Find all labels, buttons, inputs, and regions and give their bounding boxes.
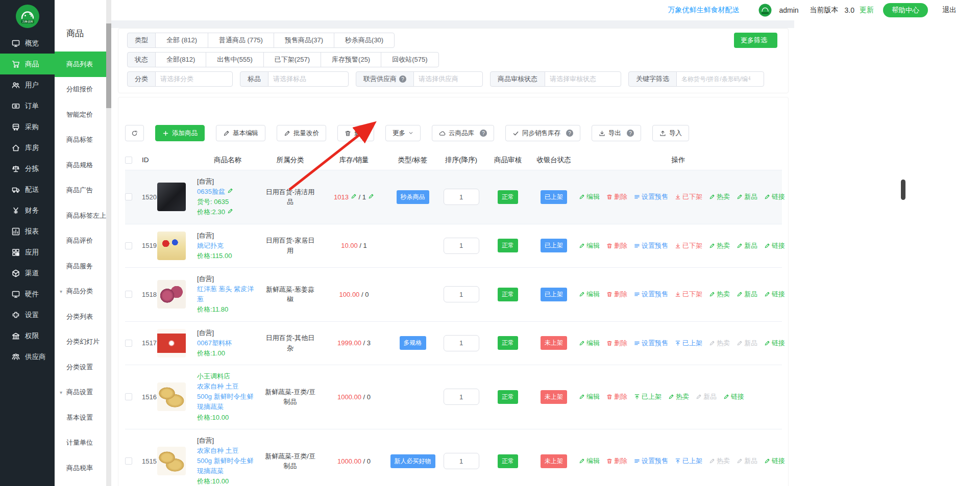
row-checkbox[interactable] (125, 291, 132, 298)
sidebar-item-报表[interactable]: 报表 (0, 221, 55, 242)
删除-button[interactable]: 删除 (337, 125, 374, 141)
action-链接[interactable]: 链接 (764, 456, 785, 466)
批量改价-button[interactable]: 批量改价 (277, 125, 326, 141)
sidebar-item-采购[interactable]: 采购 (0, 116, 55, 137)
supplier-name[interactable]: 小王调料店 (197, 371, 255, 381)
edit-stock-icon[interactable] (351, 193, 357, 199)
action-链接[interactable]: 链接 (723, 392, 744, 401)
audit-select[interactable]: 请选择审核状态 (545, 71, 621, 87)
action-热卖[interactable]: 热卖 (709, 241, 730, 250)
sidebar-item-设置[interactable]: 设置 (0, 304, 55, 325)
action-已下架[interactable]: 已下架 (675, 290, 702, 299)
action-编辑[interactable]: 编辑 (579, 456, 600, 466)
status-option-库存预警(25)[interactable]: 库存预警(25) (321, 52, 381, 67)
edit-price-icon[interactable] (227, 208, 233, 214)
submenu-item-计量单位[interactable]: 计量单位 (55, 430, 106, 456)
submenu-item-分类列表[interactable]: 分类列表 (55, 304, 106, 329)
submenu-item-基本设置[interactable]: 基本设置 (55, 405, 106, 430)
submenu-item-商品规格[interactable]: 商品规格 (55, 152, 106, 178)
sort-input[interactable] (444, 453, 479, 469)
action-编辑[interactable]: 编辑 (579, 192, 600, 201)
sidebar-item-订单[interactable]: 订单 (0, 95, 55, 116)
help-center-button[interactable]: 帮助中心 (883, 3, 928, 17)
store-link[interactable]: 万象优鲜生鲜食材配送 (668, 6, 739, 15)
help-icon[interactable]: ? (566, 130, 573, 137)
action-热卖[interactable]: 热卖 (709, 192, 730, 201)
submenu-item-商品税率[interactable]: 商品税率 (55, 455, 106, 481)
submenu-item-分组报价[interactable]: 分组报价 (55, 77, 106, 103)
keyword-search-input[interactable] (676, 71, 764, 87)
更多-button[interactable]: 更多 (385, 125, 421, 141)
sort-input[interactable] (444, 189, 479, 205)
sort-input[interactable] (444, 286, 479, 302)
submenu-scrollbar-thumb[interactable] (106, 23, 111, 108)
product-name-link[interactable]: 农家自种 土豆 500g 新鲜时令生鲜现摘蔬菜 (197, 382, 254, 411)
submenu-item-商品分类[interactable]: ▾商品分类 (55, 279, 106, 304)
submenu-item-商品广告[interactable]: 商品广告 (55, 178, 106, 203)
action-新品[interactable]: 新品 (696, 392, 717, 401)
type-option-秒杀商品(30)[interactable]: 秒杀商品(30) (334, 33, 395, 48)
action-新品[interactable]: 新品 (737, 192, 757, 201)
sidebar-item-库房[interactable]: 库房 (0, 137, 55, 158)
action-热卖[interactable]: 热卖 (709, 290, 730, 299)
云商品库-button[interactable]: 云商品库? (432, 125, 494, 141)
status-option-回收站(575)[interactable]: 回收站(575) (381, 52, 438, 67)
standard-select[interactable]: 请选择标品 (268, 71, 349, 87)
导入-button[interactable]: 导入 (652, 125, 689, 141)
基本编辑-button[interactable]: 基本编辑 (216, 125, 265, 141)
row-checkbox[interactable] (125, 457, 132, 465)
row-checkbox[interactable] (125, 242, 132, 249)
type-option-普通商品 (775)[interactable]: 普通商品 (775) (208, 33, 274, 48)
submenu-item-分类设置[interactable]: 分类设置 (55, 354, 106, 380)
action-链接[interactable]: 链接 (764, 241, 785, 250)
row-checkbox[interactable] (125, 193, 132, 200)
product-name-link[interactable]: 红洋葱 葱头 紫皮洋葱 (197, 285, 254, 303)
sidebar-item-硬件[interactable]: 硬件 (0, 284, 55, 304)
product-name-link[interactable]: 姚记扑克 (197, 242, 224, 249)
help-icon[interactable]: ? (627, 130, 634, 137)
action-已下架[interactable]: 已下架 (675, 192, 702, 201)
action-新品[interactable]: 新品 (737, 339, 757, 348)
action-链接[interactable]: 链接 (764, 192, 785, 201)
sidebar-item-分拣[interactable]: 分拣 (0, 158, 55, 179)
action-新品[interactable]: 新品 (737, 290, 757, 299)
sidebar-item-渠道[interactable]: 渠道 (0, 263, 55, 284)
status-option-出售中(555)[interactable]: 出售中(555) (206, 52, 263, 67)
action-链接[interactable]: 链接 (764, 339, 785, 348)
添加商品-button[interactable]: 添加商品 (155, 125, 205, 141)
action-已上架[interactable]: 已上架 (675, 456, 702, 466)
action-设置预售[interactable]: 设置预售 (634, 456, 668, 466)
product-name-link[interactable]: 农家自种 土豆 500g 新鲜时令生鲜现摘蔬菜 (197, 447, 254, 475)
action-设置预售[interactable]: 设置预售 (634, 339, 668, 348)
sort-input[interactable] (444, 335, 479, 351)
action-设置预售[interactable]: 设置预售 (634, 241, 668, 250)
sidebar-item-权限[interactable]: 权限 (0, 325, 55, 346)
help-icon[interactable]: ? (399, 75, 406, 83)
action-删除[interactable]: 删除 (606, 392, 627, 401)
action-已上架[interactable]: 已上架 (675, 339, 702, 348)
action-设置预售[interactable]: 设置预售 (634, 192, 668, 201)
action-删除[interactable]: 删除 (606, 192, 627, 201)
type-option-全部 (812)[interactable]: 全部 (812) (155, 33, 208, 48)
avatar[interactable] (758, 4, 772, 17)
同步销售库存-button[interactable]: 同步销售库存? (505, 125, 580, 141)
logout-button[interactable]: 退出 (939, 6, 957, 15)
supplier-select[interactable]: 请选择供应商 (413, 71, 483, 87)
submenu-item-商品标签[interactable]: 商品标签 (55, 127, 106, 153)
sort-input[interactable] (444, 238, 479, 254)
category-select[interactable]: 请选择分类 (155, 71, 233, 87)
edit-sales-icon[interactable] (368, 193, 374, 199)
action-编辑[interactable]: 编辑 (579, 392, 600, 401)
action-设置预售[interactable]: 设置预售 (634, 290, 668, 299)
update-link[interactable]: 更新 (860, 6, 874, 15)
action-新品[interactable]: 新品 (737, 456, 757, 466)
sort-input[interactable] (444, 389, 479, 405)
action-热卖[interactable]: 热卖 (709, 456, 730, 466)
action-删除[interactable]: 删除 (606, 456, 627, 466)
sidebar-item-应用[interactable]: 应用 (0, 242, 55, 263)
sidebar-item-商品[interactable]: 商品 (0, 54, 55, 74)
action-已上架[interactable]: 已上架 (634, 392, 662, 401)
submenu-item-分类幻灯片[interactable]: 分类幻灯片 (55, 329, 106, 355)
action-新品[interactable]: 新品 (737, 241, 757, 250)
status-option-全部(812)[interactable]: 全部(812) (155, 52, 206, 67)
